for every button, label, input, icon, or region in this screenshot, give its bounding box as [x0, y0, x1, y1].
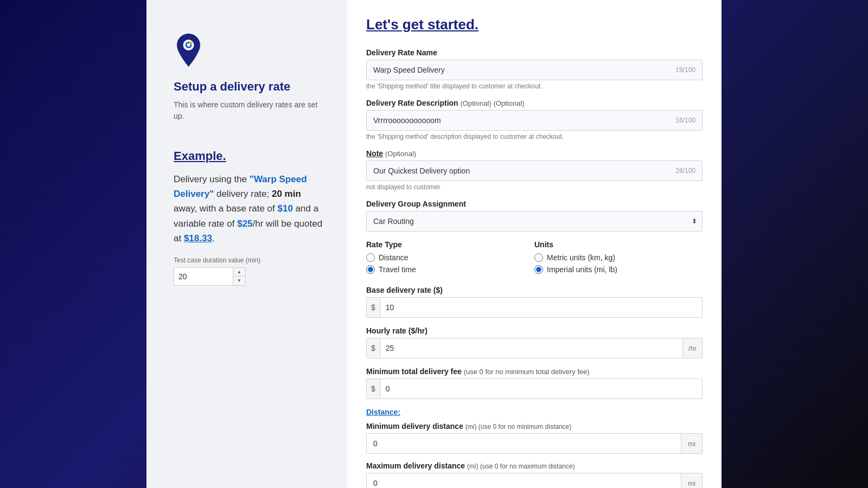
delivery-group-select[interactable]: Car Routing Bike Routing Walk Routing — [366, 211, 703, 232]
note-input[interactable] — [373, 166, 675, 175]
app-logo-icon — [174, 33, 326, 80]
max-distance-input[interactable] — [367, 473, 681, 488]
distance-label: Distance: — [366, 408, 703, 416]
max-distance-suffix: mi — [681, 473, 702, 488]
example-part1: Delivery using the — [174, 174, 250, 184]
min-distance-input-wrapper: mi — [366, 433, 703, 454]
test-case-spinner[interactable]: ▲ ▼ — [174, 267, 250, 286]
spinner-down[interactable]: ▼ — [233, 277, 245, 285]
min-distance-input[interactable] — [367, 434, 681, 453]
delivery-group-label: Delivery Group Assignment — [366, 200, 703, 208]
page-heading: Let's get started. — [366, 16, 703, 33]
example-part2: delivery rate; — [214, 189, 272, 199]
note-input-wrapper: 28/100 — [366, 160, 703, 181]
units-imperial-radio[interactable] — [534, 265, 543, 274]
delivery-rate-desc-label: Delivery Rate Description (Optional) (Op… — [366, 99, 703, 107]
delivery-rate-desc-optional: (Optional) — [461, 99, 492, 107]
base-rate-prefix: $ — [367, 298, 380, 317]
test-case-input[interactable] — [174, 267, 233, 286]
max-distance-label: Maximum delivery distance (mi) (use 0 fo… — [366, 461, 703, 470]
min-distance-section: Minimum delivery distance (mi) (use 0 fo… — [366, 422, 703, 454]
base-rate-input-wrapper: $ — [366, 297, 703, 318]
delivery-rate-desc-section: Delivery Rate Description (Optional) (Op… — [366, 99, 703, 140]
svg-point-2 — [187, 43, 190, 47]
units-col: Units Metric units (km, kg) Imperial uni… — [534, 240, 703, 277]
min-distance-label: Minimum delivery distance (mi) (use 0 fo… — [366, 422, 703, 431]
example-part3: away, with a base rate of — [174, 203, 278, 214]
setup-title: Setup a delivery rate — [174, 80, 326, 94]
example-title: Example. — [174, 149, 326, 163]
rate-type-units-row: Rate Type Distance Travel time Units Met… — [366, 240, 703, 277]
rate-type-col: Rate Type Distance Travel time — [366, 240, 534, 277]
max-distance-input-wrapper: mi — [366, 473, 703, 488]
hourly-rate-section: Hourly rate ($/hr) $ /hr — [366, 326, 703, 358]
spinner-up[interactable]: ▲ — [233, 268, 245, 277]
test-case-label: Test case duration value (min) — [174, 256, 326, 264]
rate-type-travel-label: Travel time — [379, 265, 416, 274]
distance-section: Distance: Minimum delivery distance (mi)… — [366, 408, 703, 488]
rate-type-distance-label: Distance — [379, 253, 408, 262]
note-label: Note (Optional) — [366, 149, 703, 158]
main-container: Setup a delivery rate This is where cust… — [146, 0, 722, 488]
example-total: $18.33 — [184, 233, 212, 243]
left-panel: Setup a delivery rate This is where cust… — [146, 0, 347, 307]
units-imperial-option[interactable]: Imperial units (mi, lb) — [534, 265, 703, 274]
units-label: Units — [534, 240, 703, 249]
rate-type-distance-option[interactable]: Distance — [366, 253, 534, 262]
svg-point-4 — [190, 42, 192, 44]
units-imperial-label: Imperial units (mi, lb) — [547, 265, 617, 274]
delivery-rate-name-input[interactable] — [373, 66, 675, 74]
units-metric-label: Metric units (km, kg) — [547, 253, 615, 262]
min-fee-input-wrapper: $ — [366, 378, 703, 399]
example-base: $10 — [278, 203, 293, 214]
base-rate-label: Base delivery rate ($) — [366, 286, 703, 294]
example-time: 20 min — [272, 189, 301, 199]
right-panel: Let's get started. Delivery Rate Name 19… — [347, 0, 722, 488]
delivery-group-section: Delivery Group Assignment Car Routing Bi… — [366, 200, 703, 232]
example-text: Delivery using the "Warp Speed Delivery"… — [174, 172, 326, 246]
units-metric-option[interactable]: Metric units (km, kg) — [534, 253, 703, 262]
hourly-rate-prefix: $ — [367, 338, 380, 358]
min-fee-input[interactable] — [380, 379, 702, 399]
delivery-rate-desc-count: 16/100 — [675, 117, 695, 124]
min-fee-section: Minimum total delivery fee (use 0 for no… — [366, 367, 703, 399]
delivery-group-select-wrapper: Car Routing Bike Routing Walk Routing ⬍ — [366, 211, 703, 232]
max-distance-section: Maximum delivery distance (mi) (use 0 fo… — [366, 461, 703, 488]
delivery-rate-name-section: Delivery Rate Name 19/100 the 'Shipping … — [366, 48, 703, 90]
example-end: . — [212, 233, 215, 243]
delivery-rate-name-count: 19/100 — [675, 66, 695, 74]
delivery-rate-desc-hint: the 'Shipping method' description displa… — [366, 133, 703, 140]
spinner-buttons: ▲ ▼ — [233, 267, 246, 286]
hourly-rate-input-wrapper: $ /hr — [366, 338, 703, 358]
delivery-rate-desc-input-wrapper: 16/100 — [366, 110, 703, 131]
min-fee-prefix: $ — [367, 379, 380, 399]
min-fee-hint: (use 0 for no minimum total delivery fee… — [464, 368, 590, 376]
delivery-rate-name-hint: the 'Shipping method' title displayed to… — [366, 82, 703, 90]
units-metric-radio[interactable] — [534, 253, 543, 262]
setup-desc: This is where custom delivery rates are … — [174, 99, 326, 122]
hourly-rate-input[interactable] — [380, 338, 682, 358]
note-hint: not displayed to customer — [366, 183, 703, 191]
note-count: 28/100 — [675, 167, 695, 175]
hourly-rate-label: Hourly rate ($/hr) — [366, 326, 703, 335]
delivery-rate-name-label: Delivery Rate Name — [366, 48, 703, 57]
rate-type-distance-radio[interactable] — [366, 253, 375, 262]
delivery-rate-desc-input[interactable] — [373, 116, 675, 125]
min-fee-label: Minimum total delivery fee (use 0 for no… — [366, 367, 703, 376]
min-distance-suffix: mi — [681, 434, 702, 453]
base-rate-section: Base delivery rate ($) $ — [366, 286, 703, 318]
rate-type-label: Rate Type — [366, 240, 534, 249]
example-var: $25 — [237, 219, 252, 229]
delivery-rate-name-input-wrapper: 19/100 — [366, 60, 703, 80]
hourly-rate-suffix: /hr — [682, 338, 702, 358]
base-rate-input[interactable] — [380, 298, 702, 317]
rate-type-travel-radio[interactable] — [366, 265, 375, 274]
rate-type-travel-option[interactable]: Travel time — [366, 265, 534, 274]
note-section: Note (Optional) 28/100 not displayed to … — [366, 149, 703, 191]
